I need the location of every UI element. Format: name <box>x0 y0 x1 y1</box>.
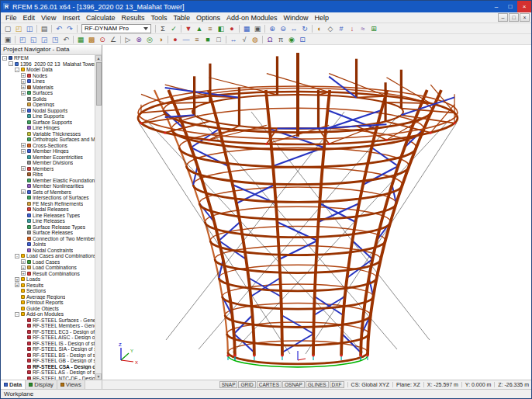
menu-results[interactable]: Results <box>118 14 147 22</box>
tree-item-load-cases-and-combinations[interactable]: -Load Cases and Combinations <box>1 253 95 259</box>
undo-icon[interactable]: ↶ <box>54 24 64 33</box>
member-tool-icon[interactable]: ≡ <box>192 35 202 44</box>
scroll-up-icon[interactable]: ▲ <box>95 55 102 61</box>
line-tool-icon[interactable]: — <box>181 35 192 44</box>
opening-tool-icon[interactable]: □ <box>213 35 224 44</box>
menu-edit[interactable]: Edit <box>20 14 39 22</box>
comment-icon[interactable]: ◍ <box>250 35 261 44</box>
zoom-in-icon[interactable]: ⊕ <box>267 24 278 33</box>
tree-item-result-combinations[interactable]: +Result Combinations <box>1 271 95 277</box>
tree-item-1396-2020-02-13-malahat-tower[interactable]: -1396_2020 02 13_Malahat Tower <box>1 61 95 68</box>
tree-item-line-releases[interactable]: Line Releases <box>1 218 95 224</box>
toggle-glines[interactable]: GLINES <box>306 381 329 388</box>
tree-item-average-regions[interactable]: Average Regions <box>1 294 95 300</box>
tree-item-line-supports[interactable]: Line Supports <box>1 113 95 120</box>
maximize-button[interactable]: □ <box>503 1 517 12</box>
tree-item-nodal-supports[interactable]: +Nodal Supports <box>1 108 95 114</box>
save-icon[interactable]: ◫ <box>24 24 35 33</box>
pan-view-icon[interactable]: ↔ <box>288 24 299 33</box>
tree-item-member-hinges[interactable]: +Member Hinges <box>1 148 95 154</box>
view-yz-icon[interactable]: ◲ <box>39 35 50 44</box>
loads-icon[interactable]: ▼ <box>183 24 194 33</box>
collapse-icon[interactable]: - <box>2 56 7 61</box>
tree-item-rf-steel-aisc-design-of-steel-m[interactable]: RF-STEEL AISC - Design of steel m <box>1 335 95 341</box>
work-plane-icon[interactable]: ▩ <box>86 35 97 44</box>
tree-item-rfem[interactable]: -RFEM <box>1 55 95 61</box>
snap-icon[interactable]: ⊙ <box>97 35 108 44</box>
menu-table[interactable]: Table <box>170 14 193 22</box>
tree-item-cross-sections[interactable]: +Cross-Sections <box>1 143 95 149</box>
tab-display[interactable]: Display <box>26 380 57 389</box>
tree-item-openings[interactable]: Openings <box>1 102 95 108</box>
printout-report-icon[interactable]: ▣ <box>252 24 263 33</box>
tree-item-lines[interactable]: +Lines <box>1 78 95 85</box>
scrollbar-thumb[interactable] <box>96 62 102 106</box>
nodes-icon[interactable]: ● <box>226 24 237 33</box>
tree-item-rf-steel-members-general-stres[interactable]: RF-STEEL Members - General stres <box>1 323 95 329</box>
mdi-close-button[interactable]: × <box>520 13 530 22</box>
isometric-view-icon[interactable]: ◳ <box>50 35 60 44</box>
previous-view-icon[interactable]: ↶ <box>60 35 71 44</box>
expand-icon[interactable]: + <box>21 108 26 113</box>
tree-item-rf-steel-bs-design-of-steel-me[interactable]: RF-STEEL BS - Design of steel me <box>1 352 95 359</box>
calculate-icon[interactable]: Σ <box>157 24 168 33</box>
grid-icon[interactable]: ▦ <box>75 35 86 44</box>
view-xz-icon[interactable]: ◱ <box>28 35 39 44</box>
select-icon[interactable]: ▷ <box>123 35 133 44</box>
close-button[interactable]: × <box>517 1 531 12</box>
tree-item-variable-thicknesses[interactable]: Variable Thicknesses <box>1 131 95 137</box>
mdi-restore-button[interactable]: □ <box>509 13 519 22</box>
viewport-3d[interactable]: XYZ <box>102 45 531 380</box>
tree-item-sets-of-members[interactable]: +Sets of Members <box>1 189 95 196</box>
fe-mesh-icon[interactable]: ⊞ <box>368 24 379 33</box>
tree-item-nodal-releases[interactable]: Nodal Releases <box>1 206 95 213</box>
tree-item-materials[interactable]: +Materials <box>1 85 95 91</box>
tree-item-solids[interactable]: Solids <box>1 96 95 102</box>
rotate-view-icon[interactable]: ↻ <box>299 24 310 33</box>
tree-item-members[interactable]: +Members <box>1 166 95 172</box>
tab-views[interactable]: Views <box>57 380 85 389</box>
tree-item-printout-reports[interactable]: Printout Reports <box>1 300 95 306</box>
tree-item-fe-mesh-refinements[interactable]: FE Mesh Refinements <box>1 201 95 207</box>
expand-icon[interactable]: + <box>15 283 19 287</box>
expand-icon[interactable]: + <box>21 79 26 84</box>
view-xy-icon[interactable]: ◰ <box>17 35 28 44</box>
tree-item-rf-steel-csa-design-of-steel-m[interactable]: RF-STEEL CSA - Design of steel m <box>1 364 95 370</box>
tree-item-rf-steel-is-design-of-steel-mem[interactable]: RF-STEEL IS - Design of steel mem <box>1 341 95 347</box>
tree-item-load-combinations[interactable]: +Load Combinations <box>1 265 95 271</box>
dimension-icon[interactable]: ↔ <box>228 35 239 44</box>
expand-icon[interactable]: + <box>21 143 26 147</box>
collapse-icon[interactable]: - <box>15 68 19 72</box>
expand-icon[interactable]: + <box>21 166 26 171</box>
show-loads-icon[interactable]: ↓ <box>347 24 358 33</box>
tree-item-rf-steel-sia-design-of-steel-me[interactable]: RF-STEEL SIA - Design of steel me <box>1 346 95 352</box>
tree-item-nodes[interactable]: +Nodes <box>1 73 95 79</box>
tree-item-intersections-of-surfaces[interactable]: Intersections of Surfaces <box>1 195 95 201</box>
menu-options[interactable]: Options <box>193 14 223 22</box>
expand-icon[interactable]: + <box>21 149 26 154</box>
expand-icon[interactable]: + <box>21 91 26 95</box>
expand-icon[interactable]: + <box>21 271 26 276</box>
expand-icon[interactable]: + <box>21 265 26 270</box>
expand-icon[interactable]: + <box>15 277 19 282</box>
show-numbering-icon[interactable]: # <box>336 24 347 33</box>
toggle-osnap[interactable]: OSNAP <box>282 381 305 388</box>
guidelines-icon[interactable]: ∠ <box>108 35 119 44</box>
show-results-icon[interactable]: ≈ <box>358 24 368 33</box>
menu-help[interactable]: Help <box>312 14 333 22</box>
expand-icon[interactable]: + <box>21 73 26 78</box>
toggle-grid[interactable]: GRID <box>238 381 255 388</box>
new-model-icon[interactable]: ▢ <box>2 24 13 33</box>
visibility-icon[interactable]: ◎ <box>144 35 155 44</box>
tree-item-joints[interactable]: Joints <box>1 241 95 248</box>
tree-item-line-hinges[interactable]: Line Hinges <box>1 125 95 131</box>
units-icon[interactable]: Ω <box>264 35 275 44</box>
tree-item-surface-supports[interactable]: Surface Supports <box>1 120 95 126</box>
tree-item-connection-of-two-members[interactable]: Connection of Two Members <box>1 236 95 242</box>
toggle-dxf[interactable]: DXF <box>330 381 344 388</box>
minimize-button[interactable]: – <box>489 1 503 12</box>
expand-icon[interactable]: + <box>21 85 26 89</box>
tree-item-loads[interactable]: +Loads <box>1 276 95 283</box>
zoom-out-icon[interactable]: ⊖ <box>278 24 288 33</box>
tree-item-member-nonlinearities[interactable]: Member Nonlinearities <box>1 183 95 189</box>
